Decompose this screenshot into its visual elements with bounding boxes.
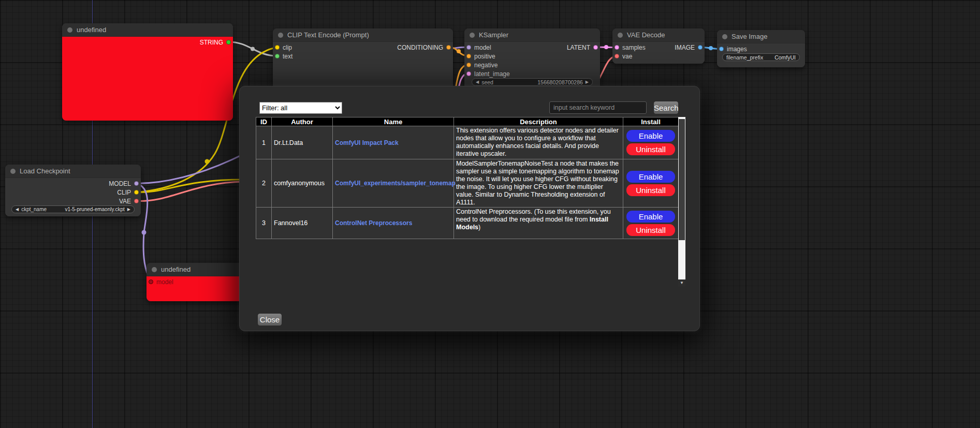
text-connector-icon[interactable] [275,54,280,58]
wire-dot [457,49,461,53]
cell-description: This extension offers various detector n… [454,126,623,159]
seed-widget[interactable]: ◀ seed 156680208700286 ▶ [472,78,593,86]
ckpt-name-widget[interactable]: ◀ ckpt_name v1-5-pruned-emaonly.ckpt ▶ [11,205,135,213]
input-slot-positive[interactable]: positive [466,52,495,61]
node-title: VAE Decode [627,31,665,39]
close-button[interactable]: Close [257,313,282,326]
latent-connector-icon[interactable] [615,45,619,50]
uninstall-button[interactable]: Uninstall [626,143,675,155]
input-slot-negative[interactable]: negative [466,61,498,69]
collapse-dot-icon[interactable] [67,27,72,33]
extension-link[interactable]: ComfyUI_experiments/sampler_tonemap [335,180,456,187]
filename-prefix-widget[interactable]: filename_prefix ComfyUI [722,53,800,61]
vae-connector-icon[interactable] [134,199,139,203]
clip-connector-icon[interactable] [275,45,280,50]
model-connector-icon[interactable] [134,181,139,186]
input-slot-latent-image[interactable]: latent_image [466,69,510,78]
collapse-dot-icon[interactable] [470,33,475,38]
latent-connector-icon[interactable] [593,45,598,50]
model-connector-icon[interactable] [149,279,153,284]
table-row: 3 Fannovel16 ControlNet Preprocessors Co… [256,208,679,239]
search-button[interactable]: Search [653,101,679,114]
extension-link[interactable]: ComfyUI Impact Pack [335,139,399,146]
node-undefined-top[interactable]: undefined STRING [62,23,233,121]
cell-id: 3 [256,208,272,239]
input-slot-vae[interactable]: vae [615,52,632,61]
enable-button[interactable]: Enable [626,130,675,142]
description-text: ModelSamplerTonemapNoiseTest a node that… [456,160,619,206]
scroll-down-arrow-icon[interactable]: ▼ [678,279,685,287]
uninstall-button[interactable]: Uninstall [626,224,675,236]
node-title-bar[interactable]: KSampler [464,28,600,42]
output-label: CLIP [117,189,131,196]
node-clip-text-encode[interactable]: CLIP Text Encode (Prompt) clip text COND… [273,28,453,91]
node-save-image[interactable]: Save Image images filename_prefix ComfyU… [717,30,805,67]
node-body: model positive negative latent_image LAT… [464,42,600,91]
description-text: ) [478,224,480,231]
output-slot-vae[interactable]: VAE [119,197,139,205]
node-ksampler[interactable]: KSampler model positive negative latent_… [464,28,600,91]
conditioning-connector-icon[interactable] [446,45,451,50]
cell-id: 2 [256,159,272,208]
output-slot-latent[interactable]: LATENT [567,43,598,52]
collapse-dot-icon[interactable] [618,33,623,38]
model-connector-icon[interactable] [466,45,471,50]
cell-author: Fannovel16 [272,208,333,239]
input-slot-model[interactable]: model [466,43,491,52]
cell-install: Enable Uninstall [623,126,679,159]
extension-table-container: ID Author Name Description Install 1 Dr.… [256,117,685,287]
node-load-checkpoint[interactable]: Load Checkpoint MODEL CLIP VAE ◀ ckpt_na… [5,165,141,216]
node-title: KSampler [479,31,508,39]
previous-arrow-icon[interactable]: ◀ [16,208,19,212]
input-slot-clip[interactable]: clip [275,43,292,52]
node-title: Save Image [732,33,767,40]
output-slot-string[interactable]: STRING [200,38,231,47]
latent-connector-icon[interactable] [466,71,471,76]
output-slot-clip[interactable]: CLIP [117,188,139,197]
input-label: model [156,278,173,286]
input-label: vae [622,53,632,60]
node-title: undefined [77,26,106,34]
table-scrollbar[interactable]: ▼ [678,117,685,287]
input-slot-model[interactable]: model [149,277,173,286]
node-title-bar[interactable]: Load Checkpoint [5,165,141,178]
wire-dot [205,159,210,164]
collapse-dot-icon[interactable] [10,169,16,174]
output-slot-image[interactable]: IMAGE [675,43,703,52]
increment-arrow-icon[interactable]: ▶ [586,80,589,84]
wire-dot [604,45,608,49]
node-title-bar[interactable]: VAE Decode [612,28,705,42]
scrollbar-thumb[interactable] [679,119,685,240]
decrement-arrow-icon[interactable]: ◀ [476,80,479,84]
cell-author: comfyanonymous [272,159,333,208]
input-slot-samples[interactable]: samples [615,43,646,52]
conditioning-connector-icon[interactable] [466,54,471,58]
input-label: text [283,53,292,60]
input-slot-images[interactable]: images [719,45,747,53]
vae-connector-icon[interactable] [615,54,619,58]
node-title-bar[interactable]: undefined [62,23,233,37]
node-title-bar[interactable]: CLIP Text Encode (Prompt) [273,28,453,42]
input-label: samples [622,44,646,51]
output-slot-model[interactable]: MODEL [109,179,139,188]
clip-connector-icon[interactable] [134,190,139,195]
filter-select[interactable]: Filter: all [259,102,342,114]
collapse-dot-icon[interactable] [722,34,727,39]
extension-link[interactable]: ControlNet Preprocessors [335,219,412,227]
enable-button[interactable]: Enable [626,211,675,223]
next-arrow-icon[interactable]: ▶ [127,208,130,212]
image-connector-icon[interactable] [698,45,703,50]
search-input[interactable] [549,101,647,114]
node-vae-decode[interactable]: VAE Decode samples vae IMAGE [612,28,705,64]
enable-button[interactable]: Enable [626,171,675,183]
node-title-bar[interactable]: Save Image [717,30,805,43]
output-slot-conditioning[interactable]: CONDITIONING [397,43,451,52]
input-label: images [727,46,747,53]
collapse-dot-icon[interactable] [278,33,283,38]
uninstall-button[interactable]: Uninstall [626,184,675,196]
conditioning-connector-icon[interactable] [466,63,471,67]
image-connector-icon[interactable] [719,47,724,51]
collapse-dot-icon[interactable] [152,267,157,272]
string-connector-icon[interactable] [226,40,231,45]
input-slot-text[interactable]: text [275,52,292,61]
